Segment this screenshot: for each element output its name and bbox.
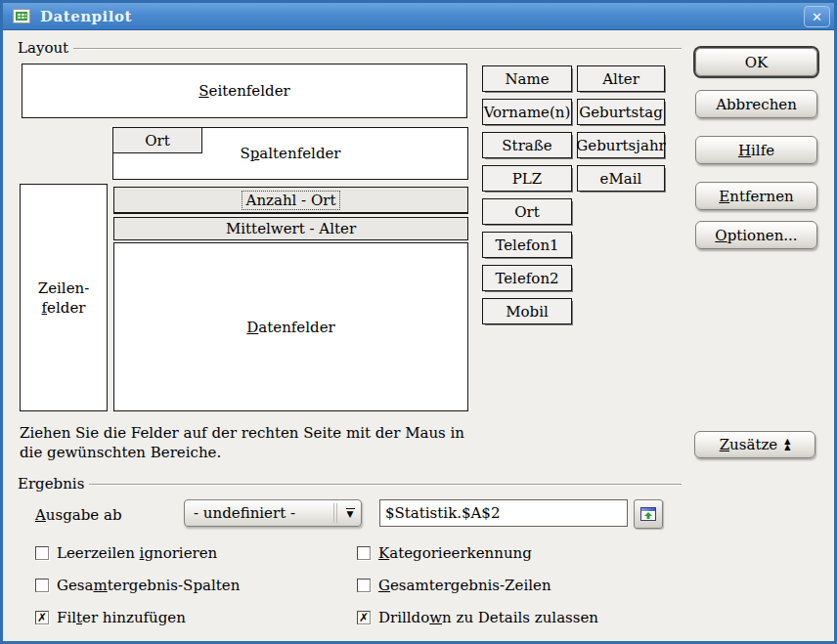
checkbox-box[interactable]: ✗ — [357, 579, 371, 592]
checkbox-drilldown[interactable]: ✗ Drilldown zu Details zulassen — [357, 609, 598, 626]
spreadsheet-icon — [13, 9, 30, 23]
field-button-vorname[interactable]: Vorname(n) — [482, 99, 572, 125]
data-item-mittelwert-alter-label: Mittelwert - Alter — [222, 220, 360, 237]
checkbox-kategorieerkennung[interactable]: ✗ Kategorieerkennung — [357, 544, 532, 562]
column-field-ort[interactable]: Ort — [112, 127, 202, 153]
cancel-button-label: Abbrechen — [716, 96, 797, 113]
output-from-label: Ausgabe ab — [35, 506, 122, 524]
page-fields-label: Seitenfelder — [22, 82, 466, 100]
checkbox-box[interactable]: ✗ — [357, 611, 371, 624]
datenpilot-dialog: Datenpilot ✕ Layout Seitenfelder Spalten… — [0, 0, 837, 644]
window-title: Datenpilot — [40, 8, 132, 25]
result-group-label: Ergebnis — [18, 475, 84, 493]
data-fields-area[interactable]: Datenfelder — [113, 242, 468, 411]
checkbox-label: Drilldown zu Details zulassen — [378, 609, 598, 626]
titlebar[interactable]: Datenpilot ✕ — [3, 3, 834, 30]
checkbox-box[interactable]: ✗ — [35, 579, 49, 592]
field-button-mobil[interactable]: Mobil — [482, 298, 572, 324]
row-fields-label-line2: felder — [21, 298, 107, 318]
close-icon: ✕ — [812, 10, 822, 24]
layout-group-line — [73, 48, 682, 49]
cancel-button[interactable]: Abbrechen — [695, 90, 817, 118]
checkbox-label: Leerzeilen ignorieren — [57, 544, 217, 562]
field-button-alter[interactable]: Alter — [577, 65, 665, 92]
field-button-plz[interactable]: PLZ — [482, 165, 572, 192]
drag-hint-text: Ziehen Sie die Felder auf der rechten Se… — [20, 423, 489, 462]
ok-button-label: OK — [745, 54, 769, 71]
shrink-icon — [640, 507, 656, 521]
checkbox-label: Gesamtergebnis-Spalten — [57, 577, 240, 594]
data-fields-label: Datenfelder — [114, 319, 467, 336]
help-button[interactable]: Hilfe — [695, 136, 817, 164]
field-button-email[interactable]: eMail — [577, 165, 665, 192]
close-button[interactable]: ✕ — [804, 6, 830, 27]
options-button[interactable]: Optionen... — [695, 221, 817, 249]
combo-separator — [336, 503, 337, 523]
layout-group-label: Layout — [18, 39, 68, 57]
spreadsheet-icon-grid — [16, 12, 27, 21]
checkbox-gesamtergebnis-spalten[interactable]: ✗ Gesamtergebnis-Spalten — [35, 577, 240, 594]
check-icon: ✗ — [359, 611, 369, 624]
remove-button-label: Entfernen — [719, 188, 793, 205]
field-button-ort[interactable]: Ort — [482, 198, 572, 225]
shrink-button[interactable] — [634, 499, 663, 529]
checkbox-box[interactable]: ✗ — [357, 546, 371, 560]
ok-button[interactable]: OK — [695, 48, 817, 76]
more-button[interactable]: Zusätze ▲ ▲ — [694, 431, 815, 458]
check-icon: ✗ — [37, 611, 47, 624]
checkbox-leerzeilen-ignorieren[interactable]: ✗ Leerzeilen ignorieren — [35, 544, 217, 562]
row-fields-label: Zeilen- felder — [21, 279, 107, 318]
page-fields-area[interactable]: Seitenfelder — [22, 64, 467, 118]
help-button-label: Hilfe — [738, 142, 774, 159]
result-group-line — [89, 484, 682, 485]
collapse-up-icon: ▲ ▲ — [784, 439, 790, 451]
row-fields-area[interactable]: Zeilen- felder — [20, 184, 108, 411]
checkbox-label: Kategorieerkennung — [378, 544, 532, 562]
field-button-name[interactable]: Name — [482, 65, 572, 92]
combo-separator — [333, 503, 334, 523]
data-item-anzahl-ort[interactable]: Anzahl - Ort — [113, 187, 468, 214]
more-button-label: Zusätze — [720, 436, 778, 453]
checkbox-label: Filter hinzufügen — [57, 609, 186, 626]
output-reference-input[interactable] — [379, 499, 628, 527]
checkbox-gesamtergebnis-zeilen[interactable]: ✗ Gesamtergebnis-Zeilen — [357, 577, 551, 594]
dialog-body: Layout Seitenfelder Spaltenfelder Ort Ze… — [3, 33, 834, 641]
output-target-value: - undefiniert - — [185, 504, 333, 522]
field-button-telefon1[interactable]: Telefon1 — [482, 232, 572, 258]
data-item-anzahl-ort-label: Anzahl - Ort — [242, 192, 340, 209]
field-button-strasse[interactable]: Straße — [482, 132, 572, 158]
checkbox-filter-hinzufuegen[interactable]: ✗ Filter hinzufügen — [35, 609, 186, 626]
options-button-label: Optionen... — [715, 227, 797, 244]
checkbox-box[interactable]: ✗ — [35, 546, 49, 560]
checkbox-label: Gesamtergebnis-Zeilen — [378, 577, 551, 594]
row-fields-label-line1: Zeilen- — [21, 279, 107, 298]
checkbox-box[interactable]: ✗ — [35, 611, 49, 624]
field-button-geburtsjahr[interactable]: Geburtsjahr — [577, 132, 665, 158]
dropdown-arrow-icon[interactable]: ▼ — [339, 508, 361, 518]
output-target-select[interactable]: - undefiniert - ▼ — [184, 499, 362, 527]
remove-button[interactable]: Entfernen — [695, 182, 817, 210]
field-button-telefon2[interactable]: Telefon2 — [482, 265, 572, 291]
field-button-geburtstag[interactable]: Geburtstag — [577, 99, 665, 125]
data-item-mittelwert-alter[interactable]: Mittelwert - Alter — [113, 217, 468, 240]
column-fields-area[interactable]: Spaltenfelder Ort — [112, 127, 468, 180]
